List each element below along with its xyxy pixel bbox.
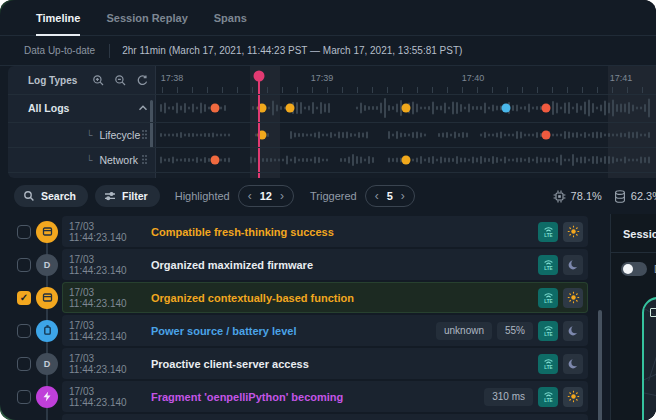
debug-badge-icon: D bbox=[36, 254, 58, 276]
event-dot[interactable] bbox=[502, 104, 511, 113]
time-range-label: 2hr 11min (March 17, 2021, 11:44:23 PST … bbox=[122, 45, 462, 56]
triggered-value: 5 bbox=[387, 190, 393, 202]
playhead-handle[interactable] bbox=[254, 71, 265, 82]
search-button[interactable]: Search bbox=[14, 185, 88, 207]
log-row-actions: LTE bbox=[538, 222, 588, 242]
log-row-card: 17/03 11:44:23.140Fragment 'oenpelliPyth… bbox=[62, 381, 588, 412]
tick-mark bbox=[357, 87, 358, 93]
sidebar-item-lifecycle[interactable]: └Lifecycle bbox=[8, 122, 156, 147]
sliders-icon bbox=[104, 190, 116, 202]
chevron-up-icon[interactable] bbox=[138, 104, 148, 112]
tick-mark bbox=[327, 87, 328, 93]
session-toggle[interactable] bbox=[621, 262, 647, 276]
highlighted-next-icon[interactable]: › bbox=[280, 190, 284, 202]
lte-network-button[interactable]: LTE bbox=[538, 387, 558, 407]
zoom-in-icon[interactable] bbox=[90, 72, 106, 88]
moon-theme-button[interactable] bbox=[563, 321, 583, 341]
debug-badge-icon: D bbox=[36, 353, 58, 375]
tick-mark bbox=[402, 87, 403, 93]
filter-button-label: Filter bbox=[122, 190, 148, 202]
tab-spans[interactable]: Spans bbox=[214, 0, 247, 36]
event-dot[interactable] bbox=[286, 104, 295, 113]
log-row[interactable]: 17/03 11:44:23.140Organized maximized fi… bbox=[0, 249, 588, 280]
log-types-scrollbar[interactable] bbox=[150, 100, 153, 148]
refresh-icon[interactable] bbox=[134, 72, 150, 88]
moon-theme-button[interactable] bbox=[563, 255, 583, 275]
triggered-next-icon[interactable]: › bbox=[401, 190, 405, 202]
svg-text:LTE: LTE bbox=[544, 266, 552, 271]
triggered-label: Triggered bbox=[310, 190, 357, 202]
log-checkbox[interactable] bbox=[17, 324, 31, 338]
tick-mark bbox=[597, 87, 598, 93]
data-status-label: Data Up-to-date bbox=[24, 45, 95, 56]
log-row-actions: LTE bbox=[538, 288, 588, 308]
log-row[interactable] bbox=[0, 414, 588, 420]
zoom-out-icon[interactable] bbox=[112, 72, 128, 88]
event-dot[interactable] bbox=[402, 104, 411, 113]
lte-network-button[interactable]: LTE bbox=[538, 222, 558, 242]
highlighted-prev-icon[interactable]: ‹ bbox=[248, 190, 252, 202]
sun-theme-button[interactable] bbox=[563, 288, 583, 308]
drag-handle-icon[interactable] bbox=[141, 129, 148, 140]
tick-mark bbox=[507, 87, 508, 93]
divider bbox=[8, 147, 656, 148]
event-dot[interactable] bbox=[542, 104, 551, 113]
log-message: Organized contextually-based function bbox=[151, 292, 354, 304]
log-row[interactable]: 17/03 11:44:23.140Organized contextually… bbox=[0, 282, 588, 313]
drag-handle-icon[interactable] bbox=[141, 154, 148, 165]
log-checkbox[interactable] bbox=[17, 225, 31, 239]
triggered-stepper: ‹ 5 › bbox=[365, 185, 415, 207]
sun-theme-button[interactable] bbox=[563, 387, 583, 407]
playhead-line[interactable] bbox=[258, 76, 260, 178]
tick-mark bbox=[477, 87, 478, 93]
lte-network-button[interactable]: LTE bbox=[538, 354, 558, 374]
log-row[interactable]: 17/03 11:44:23.140Proactive client-serve… bbox=[0, 348, 588, 379]
moon-theme-button[interactable] bbox=[563, 354, 583, 374]
svg-text:LTE: LTE bbox=[544, 233, 552, 238]
log-checkbox[interactable]: ✓ bbox=[17, 291, 31, 305]
log-row[interactable]: 17/03 11:44:23.140Compatible fresh-think… bbox=[0, 216, 588, 247]
log-row[interactable]: 17/03 11:44:23.140Power source / battery… bbox=[0, 315, 588, 346]
lte-network-button[interactable]: LTE bbox=[538, 288, 558, 308]
lte-network-button[interactable]: LTE bbox=[538, 321, 558, 341]
timeline-section: 17:3817:3917:4017:41 Log Types bbox=[8, 66, 656, 178]
log-timestamp: 17/03 11:44:23.140 bbox=[69, 386, 151, 408]
device-replay-frame[interactable] bbox=[642, 297, 656, 420]
toggle-knob bbox=[623, 264, 633, 274]
event-dot[interactable] bbox=[402, 155, 411, 164]
tick-label: 17:38 bbox=[161, 73, 184, 83]
triggered-prev-icon[interactable]: ‹ bbox=[375, 190, 379, 202]
tab-timeline[interactable]: Timeline bbox=[36, 0, 80, 36]
cpu-value: 78.1% bbox=[571, 190, 602, 202]
event-dot[interactable] bbox=[542, 130, 551, 139]
filter-button[interactable]: Filter bbox=[95, 185, 160, 207]
sidebar-item-all-logs[interactable]: All Logs bbox=[8, 94, 156, 122]
log-checkbox[interactable] bbox=[17, 357, 31, 371]
svg-text:LTE: LTE bbox=[544, 299, 552, 304]
tick-mark bbox=[297, 87, 298, 93]
sidebar-item-network[interactable]: └Network bbox=[8, 147, 156, 172]
sun-theme-button[interactable] bbox=[563, 222, 583, 242]
divider bbox=[8, 94, 656, 95]
log-checkbox[interactable] bbox=[17, 390, 31, 404]
log-timestamp: 17/03 11:44:23.140 bbox=[69, 254, 151, 276]
search-button-label: Search bbox=[41, 190, 76, 202]
event-dot[interactable] bbox=[211, 155, 220, 164]
cpu-icon bbox=[553, 190, 566, 203]
log-row-card: 17/03 11:44:23.140Compatible fresh-think… bbox=[62, 216, 588, 247]
log-timestamp: 17/03 11:44:23.140 bbox=[69, 353, 151, 375]
log-list-scrollbar[interactable] bbox=[598, 310, 602, 420]
screenshot-root: TimelineSession ReplaySpans Data Up-to-d… bbox=[0, 0, 656, 420]
tab-session-replay[interactable]: Session Replay bbox=[106, 0, 187, 36]
highlighted-value: 12 bbox=[260, 190, 272, 202]
waveform-row-lifecycle bbox=[156, 122, 656, 147]
log-checkbox[interactable] bbox=[17, 258, 31, 272]
fragment-badge-icon bbox=[36, 386, 58, 408]
tick-mark bbox=[267, 87, 268, 93]
lte-network-button[interactable]: LTE bbox=[538, 255, 558, 275]
event-dot[interactable] bbox=[211, 104, 220, 113]
divider bbox=[611, 252, 656, 253]
log-row[interactable]: 17/03 11:44:23.140Fragment 'oenpelliPyth… bbox=[0, 381, 588, 412]
log-message: Proactive client-server access bbox=[151, 358, 309, 370]
app-window-badge-icon bbox=[36, 287, 58, 309]
